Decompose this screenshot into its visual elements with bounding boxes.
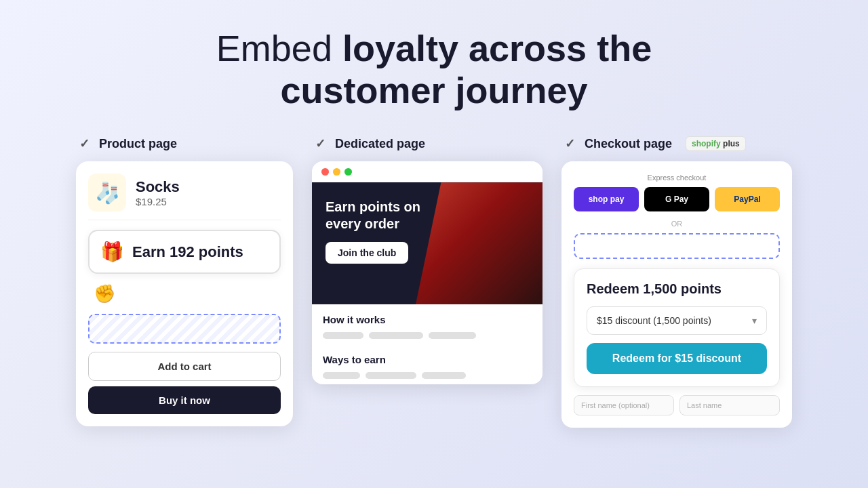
dedicated-page-label: ✓ Dedicated page — [312, 136, 425, 152]
browser-dot-green — [344, 168, 352, 176]
express-checkout-buttons: shop pay G Pay PayPal — [574, 187, 780, 211]
earn-points-text: Earn 192 points — [132, 243, 243, 261]
browser-window: Earn points on every order Join the club… — [312, 161, 542, 384]
checkmark-icon: ✓ — [76, 136, 92, 152]
cursor-icon: ✊ — [94, 283, 115, 304]
browser-dot-red — [321, 168, 329, 176]
checkout-page-column: ✓ Checkout page shopify plus Express che… — [561, 136, 792, 428]
gpay-button[interactable]: G Pay — [644, 187, 709, 211]
product-info: Socks $19.25 — [136, 178, 180, 207]
skeleton-block — [422, 372, 466, 379]
checkmark-icon-3: ✓ — [561, 136, 578, 152]
buy-it-now-button[interactable]: Buy it now — [88, 386, 281, 414]
dedicated-hero-content: Earn points on every order Join the club — [326, 199, 529, 264]
redeem-button[interactable]: Redeem for $15 discount — [587, 343, 767, 374]
add-to-cart-button[interactable]: Add to cart — [88, 352, 281, 381]
checkmark-icon-2: ✓ — [312, 136, 328, 152]
product-page-column: ✓ Product page 🧦 Socks $19.25 🎁 Earn 192… — [76, 136, 293, 426]
loyalty-widget-placeholder — [88, 314, 281, 344]
product-card: 🧦 Socks $19.25 🎁 Earn 192 points ✊ Add t… — [76, 161, 293, 426]
browser-dot-yellow — [333, 168, 340, 176]
last-name-field[interactable]: Last name — [679, 395, 780, 415]
gift-icon: 🎁 — [100, 241, 124, 263]
skeleton-row-2 — [323, 372, 532, 379]
ways-to-earn-title: Ways to earn — [323, 354, 532, 365]
checkout-page-text: Checkout page — [585, 137, 672, 151]
name-form-row: First name (optional) Last name — [574, 395, 780, 415]
product-page-label: ✓ Product page — [76, 136, 177, 152]
skeleton-block — [323, 332, 363, 339]
skeleton-block — [323, 372, 360, 379]
or-divider: OR — [574, 220, 780, 228]
dedicated-page-text: Dedicated page — [335, 137, 425, 151]
product-price: $19.25 — [136, 196, 180, 207]
checkout-page-label: ✓ Checkout page shopify plus — [561, 136, 746, 152]
join-club-button[interactable]: Join the club — [326, 242, 408, 264]
how-it-works-section: How it works — [312, 304, 542, 344]
express-checkout-section: Express checkout shop pay G Pay PayPal — [574, 174, 780, 211]
ways-to-earn-section: Ways to earn — [312, 344, 542, 384]
dedicated-hero-title: Earn points on every order — [326, 199, 448, 232]
coupon-field — [574, 233, 780, 259]
discount-option-text: $15 discount (1,500 points) — [597, 315, 711, 326]
title-light: Embed — [216, 28, 332, 68]
dedicated-hero: Earn points on every order Join the club — [312, 182, 542, 304]
checkout-card: Express checkout shop pay G Pay PayPal O… — [561, 161, 792, 428]
paypal-button[interactable]: PayPal — [715, 187, 780, 211]
discount-select[interactable]: $15 discount (1,500 points) ▾ — [587, 306, 767, 335]
first-name-field[interactable]: First name (optional) — [574, 395, 674, 415]
dedicated-page-column: ✓ Dedicated page Earn points on every or… — [312, 136, 542, 384]
redeem-title: Redeem 1,500 points — [587, 281, 767, 297]
shop-pay-button[interactable]: shop pay — [574, 187, 639, 211]
skeleton-block — [366, 372, 416, 379]
skeleton-row-1 — [323, 332, 532, 339]
product-header: 🧦 Socks $19.25 — [88, 174, 281, 220]
product-page-text: Product page — [99, 137, 177, 151]
earn-points-banner: 🎁 Earn 192 points — [88, 230, 281, 274]
cards-row: ✓ Product page 🧦 Socks $19.25 🎁 Earn 192… — [27, 136, 841, 428]
cursor-area: ✊ — [88, 281, 281, 307]
skeleton-block — [429, 332, 476, 339]
product-icon: 🧦 — [88, 174, 126, 211]
skeleton-block — [369, 332, 423, 339]
title-bold: loyalty across the customer journey — [280, 28, 652, 110]
redeem-panel: Redeem 1,500 points $15 discount (1,500 … — [574, 268, 780, 387]
express-checkout-label: Express checkout — [574, 174, 780, 182]
product-name: Socks — [136, 178, 180, 196]
hero-title-section: Embed loyalty across the customer journe… — [163, 27, 705, 111]
how-it-works-title: How it works — [323, 314, 532, 325]
shopify-plus-badge: shopify plus — [686, 136, 746, 151]
chevron-down-icon: ▾ — [752, 315, 757, 326]
browser-bar — [312, 161, 542, 182]
